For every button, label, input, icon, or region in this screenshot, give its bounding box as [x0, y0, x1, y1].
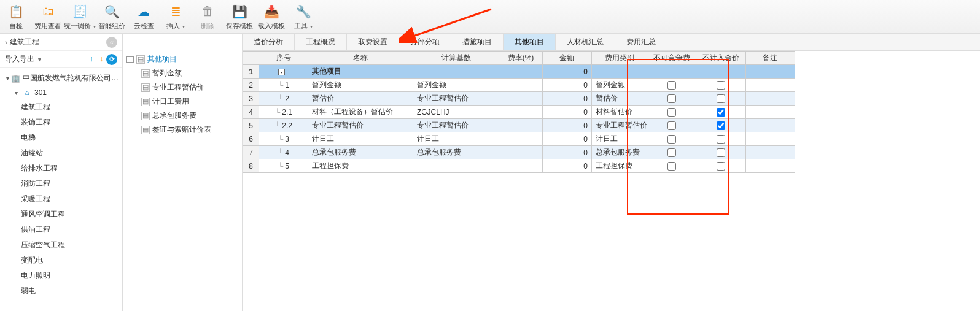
- noinclude-checkbox[interactable]: [717, 81, 725, 90]
- cell-noncompete[interactable]: [647, 79, 696, 92]
- cell-seq[interactable]: └ 2.2: [259, 119, 308, 132]
- cell-note[interactable]: [745, 159, 795, 173]
- cell-rate[interactable]: [499, 159, 542, 173]
- cell-seq[interactable]: -: [259, 65, 308, 79]
- cell-amount[interactable]: 0: [542, 132, 591, 146]
- noinclude-checkbox[interactable]: [717, 162, 725, 171]
- col-header[interactable]: 序号: [259, 52, 308, 65]
- col-header[interactable]: 金额: [542, 52, 591, 65]
- cell-note[interactable]: [745, 92, 795, 106]
- cell-amount[interactable]: 0: [542, 159, 591, 173]
- cell-base[interactable]: 计日工: [413, 132, 499, 146]
- tree-leaf[interactable]: 弱电: [0, 283, 122, 299]
- col-header[interactable]: 备注: [745, 52, 795, 65]
- tree-leaf[interactable]: 变配电: [0, 253, 122, 268]
- table-row[interactable]: 5└ 2.2专业工程暂估价专业工程暂估价0专业工程暂估价: [243, 119, 795, 132]
- tab-4[interactable]: 措施项目: [451, 34, 504, 50]
- cell-note[interactable]: [745, 132, 795, 146]
- arrow-up-icon[interactable]: ↑: [87, 55, 96, 64]
- cell-category[interactable]: 计日工: [591, 132, 647, 146]
- tree-node-301[interactable]: ▾ ⌂ 301: [0, 86, 122, 99]
- col-header[interactable]: 费率(%): [499, 52, 542, 65]
- arrow-down-icon[interactable]: ↓: [96, 55, 106, 64]
- toggle-icon[interactable]: -: [126, 56, 134, 63]
- cell-noinclude[interactable]: [696, 92, 745, 106]
- noinclude-checkbox[interactable]: [717, 135, 725, 144]
- table-row[interactable]: 8└ 5工程担保费0工程担保费: [243, 159, 795, 173]
- cell-seq[interactable]: └ 4: [259, 146, 308, 159]
- cell-name[interactable]: 专业工程暂估价: [308, 119, 413, 132]
- tree-root-company[interactable]: ▾ 🏢 中国航发燃气轮机有限公司…: [0, 71, 122, 86]
- cell-rate[interactable]: [499, 106, 542, 119]
- sync-circle-icon[interactable]: ⟳: [106, 54, 117, 65]
- tree-leaf[interactable]: 装饰工程: [0, 115, 122, 130]
- tab-7[interactable]: 费用汇总: [615, 34, 667, 50]
- cell-amount[interactable]: 0: [542, 119, 591, 132]
- cell-category[interactable]: 暂列金额: [591, 79, 647, 92]
- cell-rate[interactable]: [499, 92, 542, 106]
- cell-noinclude[interactable]: [696, 146, 745, 159]
- col-header[interactable]: 名称: [308, 52, 413, 65]
- cell-seq[interactable]: └ 1: [259, 79, 308, 92]
- cell-category[interactable]: 工程担保费: [591, 159, 647, 173]
- outline-root[interactable]: - ▤ 其他项目: [125, 52, 239, 66]
- cell-amount[interactable]: 0: [542, 65, 591, 79]
- table-row[interactable]: 2└ 1暂列金额暂列金额0暂列金额: [243, 79, 795, 92]
- noncompete-checkbox[interactable]: [667, 94, 676, 103]
- col-header[interactable]: [243, 52, 259, 65]
- cell-name[interactable]: 暂估价: [308, 92, 413, 106]
- cell-amount[interactable]: 0: [542, 92, 591, 106]
- cell-category[interactable]: 专业工程暂估价: [591, 119, 647, 132]
- cell-base[interactable]: 专业工程暂估价: [413, 119, 499, 132]
- cell-base[interactable]: 暂列金额: [413, 79, 499, 92]
- col-header[interactable]: 计算基数: [413, 52, 499, 65]
- tree-leaf[interactable]: 油罐站: [0, 145, 122, 161]
- cloud-check-button[interactable]: ☁云检查: [128, 1, 160, 32]
- tree-leaf[interactable]: 电梯: [0, 130, 122, 145]
- noncompete-checkbox[interactable]: [667, 148, 676, 157]
- toggle-icon[interactable]: ▾: [15, 90, 22, 96]
- cell-note[interactable]: [745, 65, 795, 79]
- cell-noinclude[interactable]: [696, 119, 745, 132]
- cell-rate[interactable]: [499, 132, 542, 146]
- outline-item[interactable]: ▤暂列金额: [125, 66, 239, 80]
- cell-name[interactable]: 总承包服务费: [308, 146, 413, 159]
- tree-leaf[interactable]: 消防工程: [0, 176, 122, 191]
- load-tpl-button[interactable]: 📥载入模板: [255, 1, 287, 32]
- self-check-button[interactable]: 📋自检: [0, 1, 32, 32]
- table-row[interactable]: 1-其他项目0: [243, 65, 795, 79]
- cell-note[interactable]: [745, 119, 795, 132]
- cell-base[interactable]: ZGJCLHJ: [413, 106, 499, 119]
- tree-leaf[interactable]: 采暖工程: [0, 191, 122, 207]
- tab-3[interactable]: 分部分项: [399, 34, 451, 50]
- col-header[interactable]: 不计入合价: [696, 52, 745, 65]
- cell-seq[interactable]: └ 2: [259, 92, 308, 106]
- noncompete-checkbox[interactable]: [667, 121, 676, 130]
- tree-leaf[interactable]: 压缩空气工程: [0, 237, 122, 253]
- chevron-down-icon[interactable]: ▼: [37, 56, 42, 63]
- table-row[interactable]: 6└ 3计日工计日工0计日工: [243, 132, 795, 146]
- cell-name[interactable]: 工程担保费: [308, 159, 413, 173]
- smart-quote-button[interactable]: 🔍智能组价: [96, 1, 128, 32]
- cell-seq[interactable]: └ 2.1: [259, 106, 308, 119]
- tree-leaf[interactable]: 给排水工程: [0, 161, 122, 176]
- col-header[interactable]: 费用类别: [591, 52, 647, 65]
- cell-base[interactable]: 总承包服务费: [413, 146, 499, 159]
- cell-name[interactable]: 计日工: [308, 132, 413, 146]
- tree-leaf[interactable]: 供油工程: [0, 222, 122, 237]
- cell-rate[interactable]: [499, 65, 542, 79]
- cell-noinclude[interactable]: [696, 132, 745, 146]
- noncompete-checkbox[interactable]: [667, 108, 676, 117]
- cell-noinclude[interactable]: [696, 65, 745, 79]
- tree-leaf[interactable]: 电力照明: [0, 268, 122, 283]
- cell-seq[interactable]: └ 3: [259, 132, 308, 146]
- tree-leaf[interactable]: 建筑工程: [0, 99, 122, 115]
- col-header[interactable]: 不可竞争费: [647, 52, 696, 65]
- collapse-toggle[interactable]: -: [278, 69, 285, 75]
- cell-noinclude[interactable]: [696, 159, 745, 173]
- cell-rate[interactable]: [499, 79, 542, 92]
- cell-noncompete[interactable]: [647, 132, 696, 146]
- noinclude-checkbox[interactable]: [717, 94, 725, 103]
- cell-category[interactable]: 总承包服务费: [591, 146, 647, 159]
- cell-amount[interactable]: 0: [542, 146, 591, 159]
